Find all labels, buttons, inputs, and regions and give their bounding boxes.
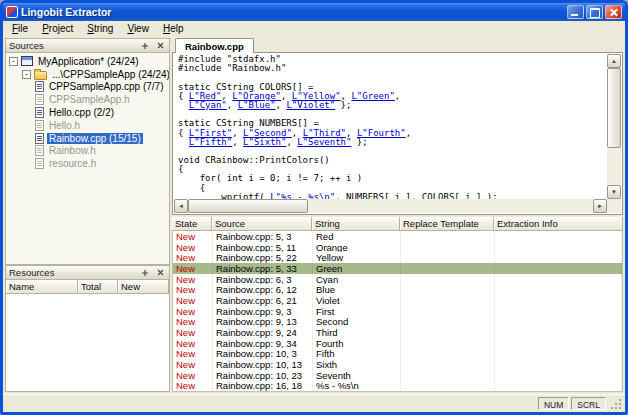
string-link[interactable]: L"Cyan" — [189, 100, 227, 110]
vertical-scroll-thumb[interactable] — [607, 68, 621, 148]
column-header-string[interactable]: String — [312, 217, 400, 231]
code-editor[interactable]: #include "stdafx.h"#include "Rainbow.h" … — [172, 53, 623, 215]
close-panel-icon[interactable] — [154, 267, 166, 279]
table-row[interactable]: NewRainbow.cpp: 9, 24Third — [173, 327, 622, 338]
table-row[interactable]: NewRainbow.cpp: 16, 18%s - %s\n — [173, 381, 622, 392]
table-row[interactable]: NewRainbow.cpp: 6, 3Cyan — [173, 274, 622, 285]
title-bar[interactable]: Lingobit Extractor — [3, 3, 625, 21]
menu-item-help[interactable]: Help — [156, 22, 191, 35]
extraction-info-cell — [495, 306, 622, 317]
tree-item[interactable]: ...\CPPSampleApp (24/24) — [6, 68, 169, 81]
tree-item[interactable]: CPPSampleApp.cpp (7/7) — [6, 81, 169, 94]
string-cell: Third — [313, 327, 401, 338]
extraction-info-cell — [495, 295, 622, 306]
column-header-source[interactable]: Source — [212, 217, 312, 231]
extraction-info-cell — [495, 381, 622, 392]
resources-column-total[interactable]: Total — [78, 280, 118, 294]
string-cell: Orange — [313, 242, 401, 253]
horizontal-scrollbar[interactable]: ◄ ► — [174, 199, 607, 213]
extraction-info-cell — [495, 349, 622, 360]
extraction-info-cell — [495, 370, 622, 381]
replace-template-cell — [401, 295, 495, 306]
column-header-state[interactable]: State — [172, 217, 212, 231]
scroll-right-icon[interactable]: ► — [593, 199, 607, 213]
tree-expander-icon[interactable] — [22, 70, 31, 79]
cpp-icon — [35, 133, 44, 144]
table-row[interactable]: NewRainbow.cpp: 5, 33Green — [173, 263, 622, 274]
tab-rainbow-cpp[interactable]: Rainbow.cpp — [175, 38, 254, 53]
string-link[interactable]: L"%s - %s\n" — [270, 192, 335, 199]
resize-grip[interactable] — [608, 396, 623, 411]
scroll-left-icon[interactable]: ◄ — [174, 199, 188, 213]
tree-item-label: CPPSampleApp.h — [47, 94, 132, 105]
status-num: NUM — [538, 397, 569, 410]
table-row[interactable]: NewRainbow.cpp: 10, 23Seventh — [173, 370, 622, 381]
grid-header: StateSourceStringReplace TemplateExtract… — [172, 217, 623, 231]
table-row[interactable]: NewRainbow.cpp: 9, 13Second — [173, 317, 622, 328]
string-link[interactable]: L"Sixth" — [243, 137, 286, 147]
source-cell: Rainbow.cpp: 10, 13 — [213, 359, 313, 370]
tree-item[interactable]: Hello.cpp (2/2) — [6, 106, 169, 119]
maximize-button[interactable] — [586, 5, 603, 19]
column-header-extraction-info[interactable]: Extraction Info — [494, 217, 623, 231]
extraction-info-cell — [495, 242, 622, 253]
code-text: , — [286, 137, 297, 147]
close-button[interactable] — [605, 5, 622, 19]
extraction-info-cell — [495, 263, 622, 274]
table-row[interactable]: NewRainbow.cpp: 5, 22Yellow — [173, 252, 622, 263]
close-panel-icon[interactable] — [154, 40, 166, 52]
horizontal-scroll-thumb[interactable] — [188, 199, 308, 213]
sources-tree: MyApplication* (24/24)...\CPPSampleApp (… — [5, 53, 170, 265]
string-link[interactable]: L"Fifth" — [189, 137, 232, 147]
grid-body: NewRainbow.cpp: 5, 3RedNewRainbow.cpp: 5… — [172, 231, 623, 392]
string-link[interactable]: L"Blue" — [238, 100, 276, 110]
tree-item[interactable]: Hello.h — [6, 119, 169, 132]
table-row[interactable]: NewRainbow.cpp: 10, 3Fifth — [173, 349, 622, 360]
string-link[interactable]: L"Green" — [351, 91, 394, 101]
code-text: void CRainbow::PrintColors() — [178, 155, 330, 165]
menu-item-view[interactable]: View — [120, 22, 156, 35]
sources-panel-header: Sources — [5, 38, 170, 53]
table-row[interactable]: NewRainbow.cpp: 5, 11Orange — [173, 242, 622, 253]
replace-template-cell — [401, 338, 495, 349]
window-title: Lingobit Extractor — [21, 6, 564, 18]
string-link[interactable]: L"Violet" — [286, 100, 335, 110]
tree-item[interactable]: resource.h — [6, 157, 169, 170]
menu-item-project[interactable]: Project — [35, 22, 80, 35]
extraction-info-cell — [495, 317, 622, 328]
resources-column-name[interactable]: Name — [6, 280, 78, 294]
column-header-replace-template[interactable]: Replace Template — [400, 217, 494, 231]
table-row[interactable]: NewRainbow.cpp: 5, 3Red — [173, 231, 622, 242]
menu-item-file[interactable]: File — [5, 22, 35, 35]
string-link[interactable]: L"Seventh" — [297, 137, 351, 147]
tree-item-label: MyApplication* (24/24) — [36, 56, 141, 67]
tree-item[interactable]: Rainbow.cpp (15/15) — [6, 132, 169, 145]
table-row[interactable]: NewRainbow.cpp: 6, 12Blue — [173, 284, 622, 295]
table-row[interactable]: NewRainbow.cpp: 9, 34Fourth — [173, 338, 622, 349]
table-row[interactable]: NewRainbow.cpp: 9, 3First — [173, 306, 622, 317]
table-row[interactable]: NewRainbow.cpp: 10, 13Sixth — [173, 359, 622, 370]
scroll-up-icon[interactable]: ▲ — [607, 54, 621, 68]
extraction-info-cell — [495, 274, 622, 285]
code-text: wprintf( — [178, 192, 270, 199]
resources-list[interactable] — [5, 294, 170, 392]
resources-columns: NameTotalNew — [5, 280, 170, 294]
table-row[interactable]: NewRainbow.cpp: 6, 21Violet — [173, 295, 622, 306]
resources-column-new[interactable]: New — [118, 280, 169, 294]
pin-icon[interactable] — [139, 40, 151, 52]
code-text: , — [395, 91, 400, 101]
code-text: , NUMBERS[ i ], COLORS[ i ] ); — [335, 192, 498, 199]
tree-expander-icon[interactable] — [9, 57, 18, 66]
resources-panel-title: Resources — [9, 267, 136, 278]
tree-item[interactable]: MyApplication* (24/24) — [6, 55, 169, 68]
tree-item[interactable]: CPPSampleApp.h — [6, 93, 169, 106]
scroll-down-icon[interactable]: ▼ — [607, 185, 621, 199]
string-cell: Cyan — [313, 274, 401, 285]
code-text: #include "Rainbow.h" — [178, 63, 286, 73]
code-line: void CRainbow::PrintColors() — [178, 156, 607, 165]
minimize-button[interactable] — [567, 5, 584, 19]
pin-icon[interactable] — [139, 267, 151, 279]
tree-item[interactable]: Rainbow.h — [6, 145, 169, 158]
menu-item-string[interactable]: String — [80, 22, 120, 35]
vertical-scrollbar[interactable]: ▲ ▼ — [607, 54, 621, 199]
